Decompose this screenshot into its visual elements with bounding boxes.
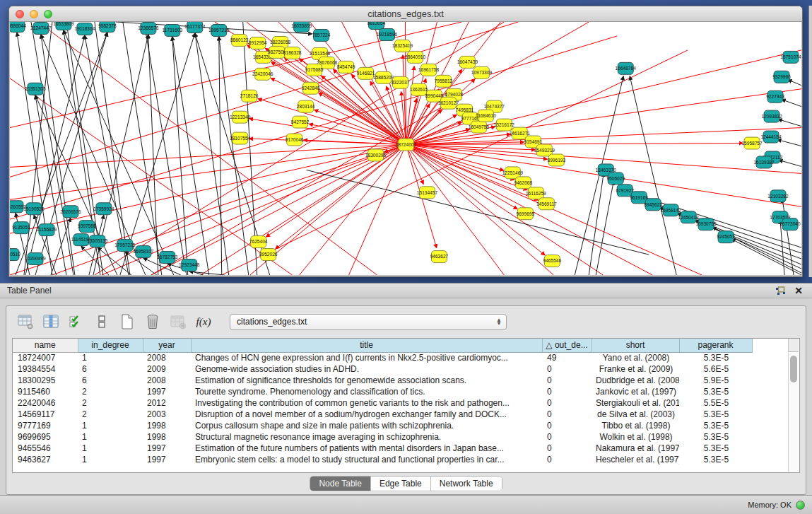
graph-node-2803144[interactable]: 2803144 — [297, 100, 315, 112]
graph-node-12093832[interactable]: 12093832 — [761, 110, 782, 122]
graph-node-15751074[interactable]: 15751074 — [780, 51, 801, 63]
graph-node-19118304[interactable]: 19118304 — [75, 23, 95, 35]
graph-node-9505029[interactable]: 9505029 — [606, 173, 625, 185]
graph-node-8860123[interactable]: 8860123 — [230, 34, 249, 46]
show-columns-icon[interactable] — [42, 313, 60, 331]
graph-node-12366578[interactable]: 12366578 — [138, 22, 159, 34]
column-header-in_degree[interactable]: in_degree — [78, 339, 143, 352]
graph-node-7625404[interactable]: 7625404 — [249, 236, 268, 248]
graph-node-8454749[interactable]: 8454749 — [337, 61, 355, 73]
column-header-pagerank[interactable]: pagerank — [679, 339, 752, 352]
column-header-title[interactable]: title — [191, 339, 542, 352]
function-builder-icon[interactable]: f(x) — [194, 313, 213, 331]
table-row[interactable]: 977716911998Corpus callosum shape and si… — [13, 420, 752, 431]
graph-node-9170046[interactable]: 9170046 — [286, 134, 304, 146]
graph-node-2718126[interactable]: 2718126 — [240, 90, 259, 102]
graph-node-18300295[interactable]: 18300295 — [365, 149, 387, 161]
table-row[interactable]: 946554611997Estimation of the future num… — [13, 443, 752, 454]
graph-node-20351305[interactable]: 20351305 — [25, 83, 46, 95]
graph-node-17359924[interactable]: 17359924 — [93, 203, 114, 215]
graph-node-9146821[interactable]: 9146821 — [357, 67, 375, 79]
graph-node-13216172[interactable]: 13216172 — [494, 119, 515, 131]
graph-node-21247447[interactable]: 21247447 — [30, 22, 52, 34]
graph-node-9462068[interactable]: 9462068 — [514, 177, 533, 189]
graph-node-9463627[interactable]: 9463627 — [430, 251, 449, 263]
graph-node-16533809[interactable]: 16533809 — [53, 22, 74, 30]
graph-node-8186328[interactable]: 8186328 — [283, 47, 302, 59]
graph-node-18325419[interactable]: 18325419 — [392, 40, 413, 52]
close-panel-icon[interactable]: ✕ — [792, 285, 805, 296]
graph-node-8952026[interactable]: 8952026 — [259, 249, 278, 261]
graph-node-15134457[interactable]: 15134457 — [417, 187, 438, 199]
graph-node-12923448[interactable]: 12923448 — [179, 259, 200, 271]
graph-node-8813054[interactable]: 8813054 — [367, 22, 386, 29]
graph-node-16139387[interactable]: 16139387 — [753, 156, 775, 168]
network-window-titlebar[interactable]: citations_edges.txt — [9, 6, 802, 22]
graph-node-11684610[interactable]: 11684610 — [476, 110, 496, 122]
graph-node-9227343[interactable]: 9227343 — [766, 90, 784, 103]
graph-node-7955812[interactable]: 7955812 — [435, 75, 453, 87]
delete-rows-trash-icon[interactable] — [143, 313, 162, 331]
table-selector-dropdown[interactable]: citations_edges.txt ▲▼ — [230, 314, 507, 330]
graph-node-18724007[interactable]: 18724007 — [396, 139, 417, 151]
network-canvas[interactable]: 1872400788601238912954182260581654338298… — [10, 22, 801, 275]
column-header-out_degree[interactable]: △ out_de... — [542, 339, 592, 352]
zoom-window-icon[interactable] — [44, 10, 52, 18]
graph-node-16782753[interactable]: 16782753 — [157, 252, 178, 264]
table-row[interactable]: 1456911722003Disruption of a novel membe… — [13, 409, 752, 420]
new-file-icon[interactable] — [118, 313, 136, 331]
graph-node-9397588[interactable]: 9397588 — [78, 221, 96, 233]
table-row[interactable]: 1872400712008Changes of HCN gene express… — [13, 352, 752, 363]
graph-node-10973309[interactable]: 10973309 — [471, 66, 493, 78]
graph-node-10200499[interactable]: 10200499 — [25, 253, 46, 265]
graph-node-12213349[interactable]: 12213349 — [230, 111, 251, 123]
graph-node-16047439[interactable]: 16047439 — [457, 56, 478, 68]
graph-node-8322037[interactable]: 8322037 — [392, 76, 410, 88]
graph-node-18957215[interactable]: 18957215 — [208, 24, 230, 36]
graph-node-9329966[interactable]: 9329966 — [772, 71, 791, 83]
graph-node-8996193[interactable]: 8996193 — [547, 154, 565, 166]
memory-ok-indicator-icon[interactable] — [796, 501, 805, 510]
graph-node-9135051[interactable]: 9135051 — [12, 222, 30, 234]
graph-node-10930755[interactable]: 10930755 — [695, 218, 717, 230]
table-row[interactable]: 969969511998Structural magnetic resonanc… — [13, 431, 752, 443]
graph-node-18107554[interactable]: 18107554 — [230, 132, 251, 144]
tab-network-table[interactable]: Network Table — [431, 477, 502, 491]
graph-node-7857224[interactable]: 7857224 — [312, 29, 331, 41]
graph-node-9245051[interactable]: 9245051 — [717, 231, 735, 243]
table-row[interactable]: 1830029562008Estimation of significance … — [13, 375, 752, 386]
column-header-year[interactable]: year — [143, 339, 191, 352]
graph-node-14569117[interactable]: 14569117 — [536, 198, 557, 210]
graph-node-9582378[interactable]: 9582378 — [98, 22, 117, 32]
graph-node-19218596[interactable]: 19218596 — [377, 28, 398, 40]
tab-edge-table[interactable]: Edge Table — [371, 477, 431, 491]
float-panel-icon[interactable] — [774, 285, 787, 296]
column-header-name[interactable]: name — [13, 339, 78, 352]
close-window-icon[interactable] — [16, 10, 24, 18]
graph-node-12103282[interactable]: 12103282 — [767, 190, 789, 202]
network-graph[interactable]: 1872400788601238912954182260581654338298… — [10, 22, 801, 275]
graph-node-15958757[interactable]: 15958757 — [741, 137, 763, 149]
minimize-window-icon[interactable] — [30, 10, 38, 18]
graph-node-20206576[interactable]: 20206576 — [60, 206, 81, 218]
graph-node-16958107[interactable]: 16958107 — [133, 246, 154, 258]
graph-node-9465546[interactable]: 9465546 — [543, 255, 561, 267]
graph-node-15177374[interactable]: 15177374 — [184, 22, 206, 33]
table-row[interactable]: 1938455462009Genome-wide association stu… — [13, 363, 752, 375]
graph-node-9886044[interactable]: 9886044 — [10, 22, 26, 32]
graph-node-11156829[interactable]: 11156829 — [37, 224, 57, 236]
column-header-short[interactable]: short — [592, 339, 679, 352]
graph-node-15190529[interactable]: 15190529 — [23, 203, 45, 215]
graph-node-16648784[interactable]: 16648784 — [616, 62, 637, 74]
graph-node-8912954[interactable]: 8912954 — [249, 37, 267, 49]
graph-node-9699695[interactable]: 9699695 — [517, 208, 535, 220]
graph-node-12444154[interactable]: 12444154 — [760, 131, 782, 143]
graph-node-9242848[interactable]: 9242848 — [302, 82, 320, 94]
graph-node-16049758[interactable]: 16049758 — [469, 121, 490, 133]
graph-node-22420046[interactable]: 22420046 — [252, 68, 273, 80]
graph-node-9530510[interactable]: 9530510 — [10, 249, 20, 261]
graph-node-16033809[interactable]: 16033809 — [291, 22, 312, 32]
table-row[interactable]: 2242004622012Investigating the contribut… — [13, 397, 752, 409]
scrollbar-thumb[interactable] — [790, 356, 797, 382]
graph-node-16116259[interactable]: 16116259 — [526, 187, 546, 199]
